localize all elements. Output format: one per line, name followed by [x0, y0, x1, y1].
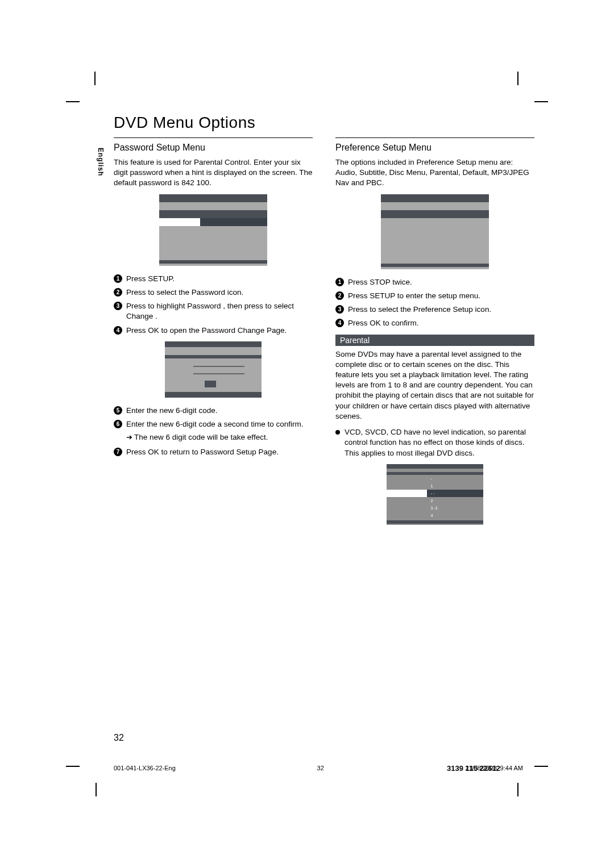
osd-row-text: 4 [427, 512, 483, 519]
osd-row-text: - [427, 475, 483, 482]
osd-password-change [165, 341, 262, 398]
step: Press STOP twice. [335, 277, 534, 287]
crop-mark [517, 85, 534, 102]
preference-intro: The options included in Preference Setup… [335, 157, 534, 189]
osd-row-text: 1 [427, 482, 483, 490]
step: Press SETUP to enter the setup menu. [335, 291, 534, 301]
password-steps-b: Enter the new 6-digit code. Enter the ne… [114, 406, 313, 429]
section-heading-password: Password Setup Menu [114, 143, 313, 153]
osd-row-text: 2 [427, 497, 483, 504]
step: Press OK to confirm. [335, 318, 534, 328]
arrow-note: The new 6 digit code will be take effect… [114, 433, 313, 441]
step: Enter the new 6-digit code a second time… [114, 419, 313, 429]
preference-steps: Press STOP twice. Press SETUP to enter t… [335, 277, 534, 329]
crop-mark [80, 85, 97, 102]
password-steps-c: Press OK to return to Password Setup Pag… [114, 447, 313, 457]
manual-page: English DVD Menu Options Password Setup … [0, 0, 614, 868]
osd-row-text: - - [427, 490, 483, 497]
page-number: 32 [114, 733, 124, 743]
parental-bullet: VCD, SVCD, CD have no level indication, … [335, 427, 534, 458]
step: Press OK to open the Password Change Pag… [114, 326, 313, 336]
footer-mid: 32 [317, 765, 324, 771]
subsection-heading-parental: Parental [335, 335, 534, 346]
right-column: Preference Setup Menu The options includ… [335, 137, 534, 525]
step: Press to select the Preference Setup ico… [335, 304, 534, 315]
osd-password-setup [159, 194, 267, 266]
page-title: DVD Menu Options [114, 114, 534, 132]
password-intro: This feature is used for Parental Contro… [114, 157, 313, 189]
password-steps-a: Press SETUP. Press to select the Passwor… [114, 274, 313, 336]
step: Press OK to return to Password Setup Pag… [114, 447, 313, 457]
step: Press SETUP. [114, 274, 313, 284]
osd-preference-setup [381, 194, 489, 269]
step: Press to select the Password icon. [114, 287, 313, 298]
footer-left: 001-041-LX36-22-Eng [114, 765, 176, 771]
step: Press to highlight Password , then press… [114, 301, 313, 322]
section-heading-preference: Preference Setup Menu [335, 143, 534, 153]
language-tab: English [97, 148, 105, 176]
content-area: DVD Menu Options Password Setup Menu Thi… [114, 114, 534, 525]
step: Enter the new 6-digit code. [114, 406, 313, 416]
crop-mark [80, 766, 97, 783]
parental-paragraph: Some DVDs may have a parental level assi… [335, 349, 534, 422]
osd-row-text: 3 -3 [427, 504, 483, 512]
osd-parental-levels: - 1 - - 2 3 -3 4 [387, 464, 483, 525]
left-column: Password Setup Menu This feature is used… [114, 137, 313, 525]
footer-code: 3139 115 22612 [447, 764, 500, 773]
